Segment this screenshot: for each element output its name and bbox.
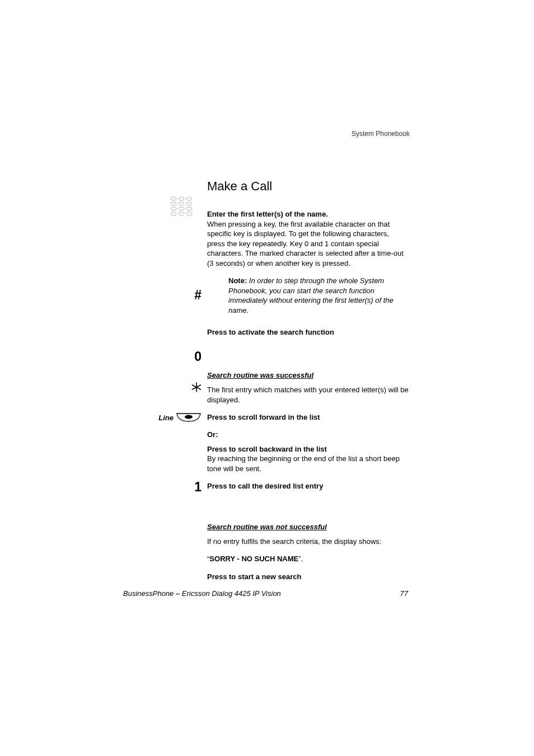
note-block: Note: In order to step through the whole… [228,276,409,315]
line-instruction: Press to call the desired list entry [207,481,409,491]
svg-point-0 [171,197,176,200]
fail-message: “SORRY - NO SUCH NAME”. [207,554,409,564]
or-label: Or: [207,430,409,439]
footer-page-number: 77 [400,589,408,598]
star-instruction: Press to scroll backward in the list By … [207,444,409,474]
star-key [146,381,202,396]
svg-point-2 [186,197,192,200]
step-enter-letters: Enter the first letter(s) of the name. W… [207,209,409,268]
svg-point-6 [171,207,176,210]
svg-point-1 [179,197,184,200]
hash-key: # [146,288,202,303]
svg-point-3 [171,202,176,205]
success-intro: The first entry which matches with your … [207,385,409,405]
svg-point-15 [185,415,193,419]
fail-heading: Search routine was not successful [207,523,409,531]
svg-point-7 [179,207,184,210]
page-title: Make a Call [207,179,409,194]
zero-key: 0 [146,349,202,364]
one-key: 1 [146,480,202,495]
svg-point-10 [179,212,184,215]
line-button-icon [176,412,202,422]
svg-point-9 [171,212,176,215]
hash-instruction: Press to activate the search function [207,327,409,337]
svg-point-8 [186,207,192,210]
keypad-icon [170,196,193,218]
line-key: Line [146,412,202,422]
success-heading: Search routine was successful [207,371,409,379]
section-header: System Phonebook [352,130,410,138]
svg-point-4 [179,202,184,205]
fail-intro: If no entry fulfils the search criteria,… [207,537,409,547]
svg-point-5 [186,202,192,205]
zero-instruction: Press to scroll forward in the list [207,412,409,422]
footer-product: BusinessPhone – Ericsson Dialog 4425 IP … [123,589,281,598]
one-instruction: Press to start a new search [207,572,409,582]
svg-point-11 [186,212,192,215]
